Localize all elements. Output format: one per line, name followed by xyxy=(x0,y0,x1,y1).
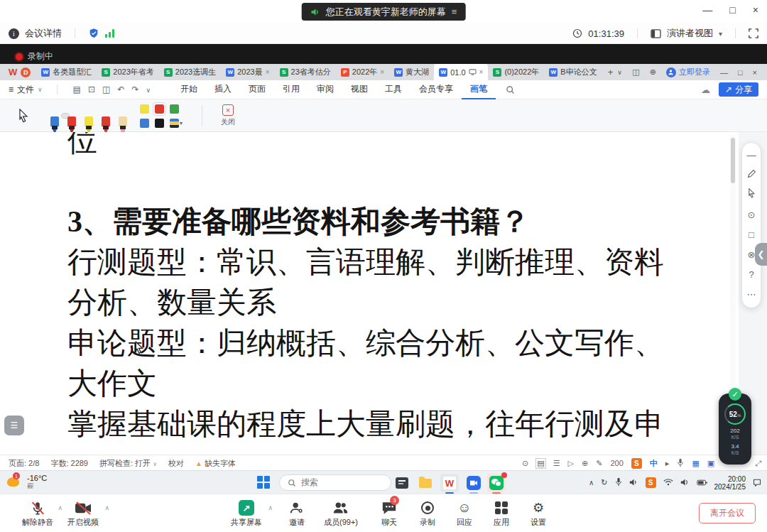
file-menu[interactable]: ≡ 文件 ∨ xyxy=(0,84,50,96)
wps-tab[interactable]: P2022年× xyxy=(336,64,389,80)
collapse-panel-tab[interactable]: ❮ xyxy=(755,243,767,266)
zoom-level[interactable]: 200 xyxy=(610,459,623,467)
tray-notification-icon[interactable] xyxy=(753,478,761,488)
play-slideshow-icon[interactable]: ▷ xyxy=(568,459,574,468)
side-panel-icon[interactable]: ◫ xyxy=(632,67,639,77)
cursor-icon[interactable] xyxy=(747,187,756,204)
eraser-tool[interactable] xyxy=(113,114,120,118)
wps-logo[interactable]: W xyxy=(9,67,17,77)
web-layout-icon[interactable]: ☰ xyxy=(553,459,560,468)
select-cursor-tool[interactable] xyxy=(17,109,29,123)
ime-cursor-icon[interactable]: ▸ xyxy=(665,459,670,468)
record-button[interactable]: 录制 xyxy=(410,499,445,528)
color-red-selected[interactable] xyxy=(155,104,164,114)
tray-clock[interactable]: 20:00 2024/1/25 xyxy=(714,475,746,491)
docer-logo[interactable]: D xyxy=(21,67,31,77)
blue-pen-tool[interactable] xyxy=(45,114,52,118)
menu-tools[interactable]: 工具 xyxy=(376,80,410,99)
tray-mic-icon[interactable] xyxy=(615,477,622,488)
drag-handle-icon[interactable]: — xyxy=(747,147,756,164)
cloud-sync-icon[interactable]: ☁ xyxy=(701,85,710,95)
speaker-view-dropdown-icon[interactable]: ▾ xyxy=(719,30,722,38)
chevron-up-icon[interactable]: ∧ xyxy=(104,504,109,511)
taskbar-app-wechat[interactable] xyxy=(487,474,506,492)
undo-icon[interactable]: ↶ xyxy=(117,85,124,94)
tray-sogou-icon[interactable]: S xyxy=(646,477,656,488)
tab-close-icon[interactable]: × xyxy=(266,68,270,76)
apps-button[interactable]: 应用 xyxy=(484,499,518,528)
ink-close-button[interactable]: × 关闭 xyxy=(221,104,235,127)
help-icon[interactable]: ? xyxy=(749,266,754,283)
reactions-button[interactable]: ☺ 回应 xyxy=(447,499,482,528)
unmute-button[interactable]: ∧ 解除静音 xyxy=(17,499,58,528)
tab-list-icon[interactable]: ∨ xyxy=(617,67,622,77)
fit-page-icon[interactable]: ⤢ xyxy=(755,459,761,468)
ime-language-icon[interactable]: 中 xyxy=(650,458,658,469)
color-black[interactable] xyxy=(155,119,164,128)
wps-close-icon[interactable]: × xyxy=(753,68,757,77)
menu-member[interactable]: 会员专享 xyxy=(410,80,462,99)
taskbar-app-meeting[interactable] xyxy=(464,474,483,492)
laser-pointer-icon[interactable]: ⊙ xyxy=(748,207,756,224)
pen-icon[interactable] xyxy=(747,167,756,184)
speaker-view-button[interactable]: 演讲者视图 xyxy=(667,27,713,40)
red-marker-tool[interactable] xyxy=(96,114,103,118)
menu-insert[interactable]: 插入 xyxy=(206,80,240,99)
ime-keyboard-icon[interactable]: ▦ xyxy=(692,459,699,468)
wps-restore-icon[interactable]: □ xyxy=(738,68,743,77)
preview-icon[interactable]: ◫ xyxy=(102,85,110,94)
menu-view[interactable]: 视图 xyxy=(342,80,376,99)
wps-tab[interactable]: S(0)2022年 xyxy=(488,64,544,80)
start-video-button[interactable]: ∧ 开启视频 xyxy=(62,499,104,528)
save-icon[interactable]: ▤ xyxy=(73,85,81,94)
red-pen-tool-selected[interactable] xyxy=(62,114,69,118)
chevron-up-icon[interactable]: ∧ xyxy=(268,504,273,511)
spellcheck-toggle[interactable]: 拼写检查: 打开 ∨ xyxy=(99,458,157,469)
wps-tab-active[interactable]: W01.0× xyxy=(434,64,488,80)
settings-button[interactable]: ⚙ 设置 xyxy=(521,499,555,528)
color-yellow[interactable] xyxy=(140,104,149,114)
fullscreen-icon[interactable] xyxy=(749,28,758,38)
menu-review[interactable]: 审阅 xyxy=(308,80,342,99)
edit-mode-icon[interactable]: ✎ xyxy=(596,459,602,468)
tools-icon[interactable]: ⊗ xyxy=(748,246,756,264)
wps-tab[interactable]: WB申论公文 xyxy=(544,64,602,80)
system-monitor-widget[interactable]: ✓ 52% 202K/S 3.4K/S xyxy=(719,393,751,465)
more-icon[interactable]: ⋯ xyxy=(747,286,756,303)
tray-speaker-icon[interactable] xyxy=(629,478,638,488)
document-page[interactable]: 位 3、需要准备哪些资料和参考书籍？ 行测题型：常识、言语理解、判断推理、资料 … xyxy=(0,132,767,455)
menu-page[interactable]: 页面 xyxy=(240,80,274,99)
scrollbar-thumb[interactable] xyxy=(731,138,735,183)
tray-volume-icon[interactable] xyxy=(680,478,690,488)
taskbar-app-wps[interactable]: W xyxy=(440,474,459,492)
chat-button[interactable]: 3 聊天 xyxy=(372,499,406,528)
tray-expand-icon[interactable]: ∧ xyxy=(589,479,594,487)
leave-meeting-button[interactable]: 离开会议 xyxy=(699,503,756,523)
wps-tab[interactable]: W2023最× xyxy=(221,64,274,80)
ime-mic-icon[interactable] xyxy=(677,458,684,469)
share-screen-button[interactable]: ↗ ∧ 共享屏幕 xyxy=(226,499,267,528)
menu-start[interactable]: 开始 xyxy=(172,80,206,99)
wps-tab[interactable]: S2023选调生 xyxy=(159,64,221,80)
new-tab-icon[interactable]: + xyxy=(608,67,614,77)
menu-reference[interactable]: 引用 xyxy=(274,80,308,99)
chevron-up-icon[interactable]: ∧ xyxy=(58,504,62,511)
eye-protect-icon[interactable]: ⊙ xyxy=(522,459,528,468)
globe-icon[interactable]: ⊕ xyxy=(650,67,656,77)
menu-ink-active[interactable]: 画笔 xyxy=(462,80,496,99)
taskbar-search[interactable]: 搜索 xyxy=(279,474,391,491)
invite-button[interactable]: 邀请 xyxy=(280,499,314,528)
wps-minimize-icon[interactable]: — xyxy=(720,68,728,77)
weather-widget[interactable]: 1 -16°C 霾 xyxy=(6,473,47,490)
start-button[interactable] xyxy=(257,476,270,489)
tray-battery-icon[interactable] xyxy=(697,479,707,487)
maximize-icon[interactable]: □ xyxy=(729,4,735,16)
close-icon[interactable]: × xyxy=(753,4,758,16)
eraser-icon[interactable]: □ xyxy=(749,227,754,244)
page-view-icon[interactable]: ▤ xyxy=(536,459,545,468)
tray-update-icon[interactable]: ↻ xyxy=(601,478,607,487)
share-button[interactable]: ↗ 分享 xyxy=(719,82,758,97)
quickbar-dropdown-icon[interactable]: ∨ xyxy=(146,85,151,94)
wps-tab[interactable]: S2023年省考 xyxy=(97,64,158,80)
color-more[interactable]: ▾ xyxy=(170,119,183,128)
